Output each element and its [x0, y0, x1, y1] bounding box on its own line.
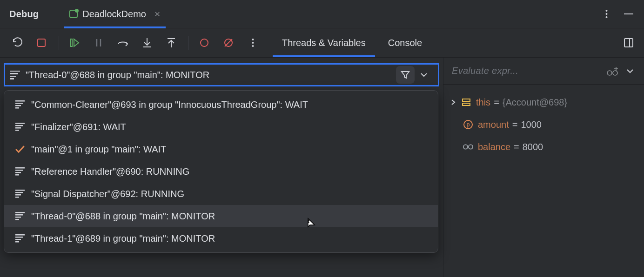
svg-rect-48: [463, 103, 470, 106]
mute-breakpoints-button[interactable]: [220, 34, 237, 52]
svg-rect-19: [15, 100, 25, 102]
variable-name: amount: [478, 119, 509, 130]
hide-icon[interactable]: [621, 6, 637, 22]
svg-rect-33: [15, 194, 21, 196]
variable-kind-icon: [461, 97, 471, 107]
rerun-button[interactable]: [8, 34, 26, 52]
svg-rect-4: [71, 39, 72, 46]
svg-rect-23: [15, 123, 25, 124]
thread-option[interactable]: "main"@1 in group "main": WAIT: [4, 138, 438, 160]
more-icon[interactable]: [598, 6, 614, 22]
equals: =: [512, 119, 518, 130]
step-into-button[interactable]: [138, 34, 156, 52]
thread-option-label: "main"@1 in group "main": WAIT: [31, 144, 166, 155]
equals: =: [514, 142, 519, 152]
run-config-icon: [69, 10, 78, 18]
pause-button[interactable]: [90, 34, 107, 52]
svg-rect-24: [15, 125, 23, 126]
variable-name: this: [476, 97, 490, 108]
thread-option-label: "Thread-0"@688 in group "main": MONITOR: [31, 211, 215, 222]
svg-rect-27: [15, 167, 25, 169]
svg-rect-39: [15, 234, 25, 236]
tab-console[interactable]: Console: [377, 28, 433, 57]
separator: [188, 36, 189, 50]
thread-stack-icon: [14, 99, 26, 110]
filter-icon[interactable]: [396, 66, 415, 84]
thread-stack-icon: [14, 122, 26, 132]
svg-point-15: [252, 42, 254, 44]
variable-kind-icon: p: [463, 119, 473, 130]
variable-value: 8000: [523, 142, 543, 152]
evaluate-input[interactable]: Evaluate expr...: [452, 66, 603, 76]
svg-rect-25: [15, 127, 21, 129]
svg-rect-28: [15, 170, 23, 171]
svg-rect-32: [15, 192, 23, 193]
chevron-right-icon[interactable]: [451, 99, 461, 106]
run-config-tab[interactable]: DeadlockDemo ×: [64, 0, 166, 28]
svg-rect-37: [15, 217, 21, 218]
svg-point-0: [605, 10, 607, 12]
svg-rect-41: [15, 239, 21, 240]
variables-tree: this={Account@698}pamount=1000balance=80…: [443, 85, 644, 158]
svg-point-14: [252, 39, 254, 40]
thread-stack-icon: [14, 211, 26, 221]
svg-rect-31: [15, 190, 25, 191]
thread-option[interactable]: "Thread-1"@689 in group "main": MONITOR: [4, 227, 438, 250]
variable-row[interactable]: pamount=1000: [463, 113, 639, 136]
svg-point-2: [605, 16, 607, 18]
thread-dropdown: "Common-Cleaner"@693 in group "Innocuous…: [4, 90, 438, 253]
svg-rect-22: [15, 107, 19, 109]
svg-point-43: [607, 71, 612, 75]
thread-option[interactable]: "Thread-0"@688 in group "main": MONITOR: [4, 205, 438, 227]
check-icon: [14, 144, 26, 154]
close-icon[interactable]: ×: [154, 8, 160, 20]
svg-rect-21: [15, 105, 21, 106]
thread-selector[interactable]: "Thread-0"@688 in group "main": MONITOR: [4, 63, 439, 86]
svg-rect-35: [15, 212, 25, 213]
thread-option[interactable]: "Common-Cleaner"@693 in group "Innocuous…: [4, 93, 438, 116]
chevron-down-icon[interactable]: [415, 73, 433, 77]
view-breakpoints-button[interactable]: [195, 34, 213, 52]
thread-option-label: "Common-Cleaner"@693 in group "Innocuous…: [31, 99, 308, 110]
equals: =: [494, 97, 499, 108]
thread-option[interactable]: "Finalizer"@691: WAIT: [4, 116, 438, 138]
debug-more-icon[interactable]: [244, 34, 262, 52]
chevron-down-icon[interactable]: [622, 69, 638, 73]
tab-threads-variables[interactable]: Threads & Variables: [271, 28, 377, 57]
thread-option[interactable]: "Signal Dispatcher"@692: RUNNING: [4, 183, 438, 205]
svg-point-11: [201, 39, 208, 46]
svg-rect-38: [15, 219, 19, 220]
stop-button[interactable]: [33, 34, 50, 52]
svg-rect-40: [15, 237, 23, 238]
svg-rect-30: [15, 174, 19, 176]
separator: [59, 36, 59, 50]
thread-option[interactable]: "Reference Handler"@690: RUNNING: [4, 160, 438, 183]
mouse-cursor: [305, 218, 317, 231]
tool-window-title: Debug: [9, 9, 39, 20]
run-config-label: DeadlockDemo: [82, 9, 146, 20]
svg-point-44: [613, 71, 617, 75]
thread-stack-icon: [10, 71, 20, 79]
variable-row[interactable]: this={Account@698}: [451, 91, 639, 113]
add-watch-icon[interactable]: [603, 66, 622, 76]
svg-rect-29: [15, 172, 21, 173]
layout-icon[interactable]: [621, 35, 637, 51]
thread-option-label: "Reference Handler"@690: RUNNING: [31, 166, 189, 177]
current-thread-label: "Thread-0"@688 in group "main": MONITOR: [26, 70, 209, 80]
svg-rect-42: [15, 241, 19, 243]
resume-button[interactable]: [66, 34, 83, 52]
thread-option-label: "Thread-1"@689 in group "main": MONITOR: [31, 233, 215, 244]
step-out-button[interactable]: [162, 34, 180, 52]
variable-value: {Account@698}: [503, 97, 567, 108]
svg-point-16: [252, 45, 254, 47]
svg-rect-3: [38, 39, 45, 46]
thread-stack-icon: [14, 189, 26, 199]
step-over-button[interactable]: [114, 34, 132, 52]
variable-row[interactable]: balance=8000: [463, 136, 639, 158]
svg-rect-20: [15, 103, 23, 104]
thread-stack-icon: [14, 233, 26, 244]
svg-text:p: p: [467, 121, 470, 128]
variable-kind-icon: [463, 142, 473, 152]
svg-rect-17: [624, 39, 633, 47]
variable-name: balance: [478, 142, 510, 152]
